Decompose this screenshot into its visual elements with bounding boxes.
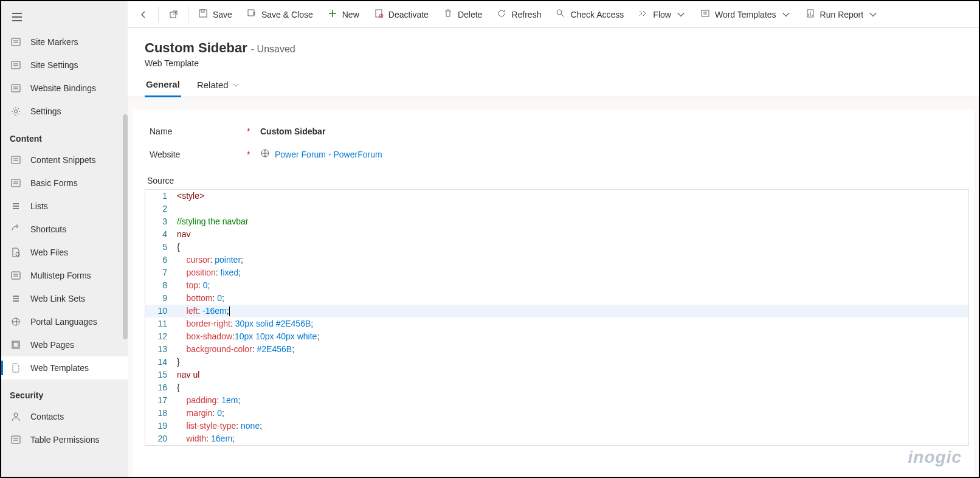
plus-icon	[328, 9, 337, 20]
code-line[interactable]: 16{	[145, 381, 968, 394]
flow-icon	[638, 9, 648, 20]
nav-label: Web Files	[30, 248, 68, 257]
code-line[interactable]: 2	[145, 203, 968, 215]
code-line[interactable]: 5{	[145, 241, 968, 254]
refresh-button[interactable]: Refresh	[491, 4, 547, 26]
page-title: Custom Sidebar - Unsaved	[145, 40, 295, 55]
code-line[interactable]: 1<style>	[145, 190, 968, 203]
chevron-down-icon	[676, 10, 686, 19]
line-number: 4	[145, 228, 172, 241]
sidebar-scrollbar[interactable]	[123, 114, 128, 339]
code-line[interactable]: 10 left: -16em;	[145, 305, 968, 317]
code-line[interactable]: 15nav ul	[145, 369, 968, 381]
watermark: inogic	[908, 448, 962, 467]
code-line[interactable]: 19 list-style-type: none;	[145, 420, 968, 432]
line-number: 18	[145, 407, 172, 420]
sidebar-item-content-snippets[interactable]: Content Snippets	[1, 148, 128, 171]
tab-general[interactable]: General	[145, 79, 181, 97]
sidebar-item-basic-forms[interactable]: Basic Forms	[1, 171, 128, 195]
line-number: 13	[145, 343, 172, 356]
nav-label: Content Snippets	[30, 155, 95, 165]
line-number: 7	[145, 266, 172, 279]
code-line[interactable]: 11 border-right: 30px solid #2E456B;	[145, 317, 968, 330]
sidebar-item-web-pages[interactable]: Web Pages	[1, 333, 128, 356]
check-access-button[interactable]: Check Access	[550, 4, 630, 26]
flow-button[interactable]: Flow	[632, 4, 692, 26]
code-line[interactable]: 20 width: 16em;	[145, 432, 968, 445]
sidebar-item-table-permissions[interactable]: Table Permissions	[1, 428, 128, 451]
sidebar-item-lists[interactable]: Lists	[1, 195, 128, 218]
svg-rect-15	[201, 10, 204, 12]
svg-rect-7	[12, 272, 20, 279]
source-editor[interactable]: 1<style>23//styling the navbar4nav5{6 cu…	[145, 189, 969, 446]
field-website[interactable]: Website * Power Forum - PowerForum	[133, 142, 974, 166]
sidebar-item-website-bindings[interactable]: Website Bindings	[1, 77, 128, 100]
delete-button[interactable]: Delete	[437, 4, 488, 26]
delete-icon	[443, 9, 453, 20]
nav-label: Contacts	[30, 412, 64, 421]
sidebar-item-web-link-sets[interactable]: Web Link Sets	[1, 287, 128, 310]
name-label: Name	[150, 126, 241, 136]
run-report-button[interactable]: Run Report	[799, 4, 885, 26]
sidebar-item-site-settings[interactable]: Site Settings	[1, 54, 128, 77]
sidebar-item-contacts[interactable]: Contacts	[1, 405, 128, 428]
save-button[interactable]: Save	[192, 4, 238, 26]
code-line[interactable]: 7 position: fixed;	[145, 266, 968, 279]
code-line[interactable]: 8 top: 0;	[145, 279, 968, 292]
hamburger-button[interactable]	[1, 6, 128, 30]
tableperm-icon	[10, 434, 22, 445]
website-label: Website	[150, 150, 241, 159]
sidebar-item-shortcuts[interactable]: Shortcuts	[1, 218, 128, 241]
svg-rect-20	[702, 10, 709, 16]
save-close-label: Save & Close	[261, 10, 313, 19]
name-value: Custom Sidebar	[260, 126, 325, 136]
code-line[interactable]: 3//styling the navbar	[145, 215, 968, 228]
field-name[interactable]: Name * Custom Sidebar	[133, 120, 974, 142]
languages-icon	[10, 316, 22, 327]
record-header: Custom Sidebar - Unsaved Web Template	[128, 28, 979, 68]
popout-button[interactable]	[162, 4, 184, 26]
svg-point-11	[14, 413, 18, 417]
code-line[interactable]: 6 cursor: pointer;	[145, 254, 968, 266]
form-icon	[10, 178, 22, 189]
line-number: 11	[145, 317, 172, 330]
code-line[interactable]: 14}	[145, 356, 968, 369]
code-line[interactable]: 12 box-shadow:10px 10px 40px white;	[145, 330, 968, 343]
website-value[interactable]: Power Forum - PowerForum	[260, 148, 382, 160]
code-line[interactable]: 18 margin: 0;	[145, 407, 968, 420]
contacts-icon	[10, 411, 22, 422]
nav-label: Table Permissions	[30, 435, 100, 445]
site-settings-icon	[10, 60, 22, 71]
run-report-label: Run Report	[820, 10, 864, 19]
code-line[interactable]: 4nav	[145, 228, 968, 241]
tab-related[interactable]: Related	[196, 79, 241, 97]
nav-label: Web Link Sets	[30, 294, 85, 303]
sidebar-item-multistep-forms[interactable]: Multistep Forms	[1, 264, 128, 287]
sidebar: Site MarkersSite SettingsWebsite Binding…	[1, 1, 128, 477]
svg-rect-14	[199, 10, 207, 17]
source-label: Source	[133, 173, 974, 188]
bindings-icon	[10, 83, 22, 94]
svg-rect-5	[12, 179, 20, 187]
sidebar-item-web-files[interactable]: Web Files	[1, 241, 128, 264]
webtemplates-icon	[10, 362, 22, 373]
nav-label: Web Templates	[30, 363, 89, 373]
nav-label: Multistep Forms	[30, 271, 91, 280]
word-templates-icon	[700, 9, 710, 20]
code-line[interactable]: 13 background-color: #2E456B;	[145, 343, 968, 356]
code-line[interactable]: 17 padding: 1em;	[145, 394, 968, 407]
sidebar-item-site-markers[interactable]: Site Markers	[1, 30, 128, 54]
code-line[interactable]: 9 bottom: 0;	[145, 292, 968, 305]
required-indicator: *	[247, 150, 254, 159]
save-close-button[interactable]: Save & Close	[241, 4, 319, 26]
new-button[interactable]: New	[322, 4, 365, 26]
back-button[interactable]	[133, 4, 154, 26]
divider	[188, 6, 188, 23]
required-indicator: *	[247, 126, 254, 136]
sidebar-item-web-templates[interactable]: Web Templates	[1, 356, 128, 379]
word-templates-button[interactable]: Word Templates	[694, 4, 797, 26]
check-access-icon	[556, 9, 565, 20]
sidebar-item-settings[interactable]: Settings	[1, 100, 128, 123]
sidebar-item-portal-languages[interactable]: Portal Languages	[1, 310, 128, 333]
deactivate-button[interactable]: Deactivate	[368, 4, 435, 26]
